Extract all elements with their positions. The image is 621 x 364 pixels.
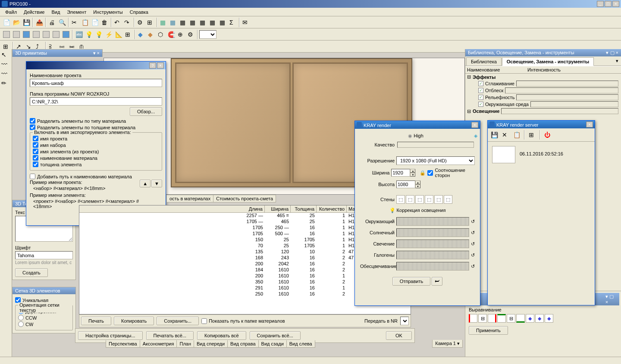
tab-left[interactable]: Вид слева — [286, 340, 315, 348]
cube-icon[interactable] — [61, 30, 71, 39]
cube-icon[interactable] — [41, 30, 51, 39]
window-icon[interactable]: ⊞ — [527, 130, 537, 140]
tool-icon[interactable]: ⚙ — [136, 18, 145, 27]
align-right-icon[interactable] — [488, 314, 496, 323]
copy-icon[interactable]: 📋 — [80, 18, 90, 27]
print-icon[interactable]: 🖨 — [47, 18, 57, 27]
magnet-icon[interactable]: 🧲 — [166, 30, 176, 39]
folder-input[interactable] — [30, 97, 162, 106]
wall-icon[interactable]: ⬚ — [396, 195, 405, 204]
menu-help[interactable]: Справка — [126, 9, 152, 16]
model-door[interactable] — [175, 62, 291, 183]
camera-tab[interactable]: Камера 1 ▾ — [432, 340, 463, 348]
save-button[interactable]: Сохранить... — [157, 317, 199, 325]
send-options-button[interactable]: ⮨ — [432, 277, 442, 286]
copy-button[interactable]: Копировать — [114, 317, 154, 325]
wall-icon[interactable]: ⬚ — [415, 195, 424, 204]
split-material-checkbox[interactable] — [30, 118, 35, 124]
th[interactable]: Толщина — [291, 205, 317, 212]
wall-icon[interactable]: ⬚ — [444, 195, 452, 204]
save-icon[interactable]: 💾 — [22, 18, 31, 27]
menu-element[interactable]: Элемент — [63, 9, 90, 16]
ok-button[interactable]: OK — [386, 331, 412, 340]
opt-checkbox[interactable] — [33, 162, 38, 167]
tool-icon[interactable]: ⬡ — [157, 30, 166, 39]
menu-tools[interactable]: Инструменты — [90, 9, 126, 16]
save-icon[interactable]: 💾 — [489, 130, 499, 140]
zoom-select[interactable] — [199, 30, 216, 39]
menu-view[interactable]: Вид — [48, 9, 63, 16]
tool-icon[interactable]: ▦ — [198, 18, 208, 27]
panel-close-icon[interactable]: ▾ × — [93, 50, 100, 56]
nr-select[interactable] — [400, 317, 409, 325]
wall-icon[interactable]: ⬚ — [406, 195, 414, 204]
tree-effects[interactable]: ⊟Эффекты — [465, 74, 621, 80]
reset-icon[interactable]: ↺ — [471, 241, 475, 247]
copy-icon[interactable]: 📋 — [512, 130, 521, 140]
reset-icon[interactable]: ↺ — [471, 230, 475, 236]
maximize-button[interactable]: □ — [605, 1, 612, 7]
pointer-icon[interactable]: ↖ — [0, 50, 9, 59]
align-middle-icon[interactable]: ⊟ — [507, 314, 515, 323]
cube-icon[interactable] — [2, 30, 11, 39]
glow-slider[interactable] — [396, 240, 469, 248]
tree-item[interactable]: ✓Сглаживание — [465, 80, 621, 87]
delete-icon[interactable]: ✕ — [501, 130, 510, 140]
open-icon[interactable]: 📂 — [12, 18, 21, 27]
ambient-slider[interactable] — [396, 217, 469, 226]
close-icon[interactable]: × — [157, 62, 164, 68]
gear-icon[interactable]: ⚙ — [186, 30, 196, 39]
aspect-checkbox[interactable] — [427, 170, 433, 176]
tool-icon[interactable]: ⚡ — [104, 30, 113, 39]
tab-axonometry[interactable]: Аксонометрия — [140, 340, 177, 348]
paste-icon[interactable]: 📄 — [90, 18, 100, 27]
menu-action[interactable]: Действие — [20, 9, 48, 16]
show-path-checkbox[interactable] — [201, 318, 207, 324]
send-button[interactable]: Отправить — [392, 277, 431, 286]
opt-checkbox[interactable] — [33, 136, 38, 141]
opt-checkbox[interactable] — [33, 149, 38, 154]
cut-icon[interactable]: ✂ — [70, 18, 80, 27]
font-input[interactable] — [15, 251, 73, 259]
print-all-button[interactable]: Печатать всё... — [146, 331, 194, 340]
copy-all-button[interactable]: Копировать всё — [197, 331, 246, 340]
align-icon[interactable]: ◆ — [545, 314, 553, 323]
help-icon[interactable]: ? — [149, 62, 156, 68]
tab-cost-estimate[interactable]: Стоимость проекта-смета — [213, 195, 276, 202]
tab-plan[interactable]: План — [176, 340, 194, 348]
halogen-slider[interactable] — [396, 251, 469, 259]
diamond-icon[interactable]: ◆ — [137, 30, 146, 39]
opt-checkbox[interactable] — [33, 155, 38, 161]
pencil-icon[interactable]: ✏ — [0, 78, 9, 88]
tree-item[interactable]: ✓Рельефность — [465, 94, 621, 101]
align-left-icon[interactable] — [469, 314, 477, 323]
panel-controls[interactable]: ▾ ▢ × — [606, 50, 618, 56]
tree-item[interactable]: ✓Окружающая среда — [465, 101, 621, 108]
reset-icon[interactable]: ↺ — [471, 252, 475, 258]
reset-icon[interactable]: ↺ — [471, 264, 475, 269]
diamond-icon[interactable]: ◆ — [147, 30, 156, 39]
th[interactable]: Ширина — [265, 205, 291, 212]
sun-slider[interactable] — [396, 228, 469, 237]
align-top-icon[interactable] — [497, 314, 506, 323]
close-button[interactable]: × — [612, 1, 619, 7]
tool-icon[interactable]: 〰 — [0, 59, 9, 69]
sum-icon[interactable]: Σ — [228, 18, 238, 27]
width-spinner[interactable]: ▲▼ — [391, 169, 415, 177]
align-bottom-icon[interactable] — [516, 314, 525, 323]
th[interactable]: Длина — [79, 205, 265, 212]
undo-icon[interactable]: ↶ — [113, 18, 122, 27]
desat-slider[interactable] — [396, 262, 469, 271]
tool-icon[interactable]: ▦ — [208, 18, 218, 27]
tree-lighting[interactable]: ⊟Освещение — [465, 108, 621, 115]
apply-button[interactable]: Применить — [469, 326, 508, 335]
print-button[interactable]: Печать — [81, 317, 111, 325]
panel-controls[interactable]: ▾ ▢ × — [605, 294, 617, 305]
light-icon[interactable]: 💡 — [84, 30, 94, 39]
wall-icon[interactable]: ⬚ — [434, 195, 443, 204]
create-button[interactable]: Создать — [15, 268, 48, 277]
browse-button[interactable]: Обзор... — [130, 107, 162, 116]
cube-icon[interactable] — [22, 30, 31, 39]
align-icon[interactable]: ◆ — [535, 314, 544, 323]
stop-icon[interactable]: ⏻ — [543, 130, 552, 140]
